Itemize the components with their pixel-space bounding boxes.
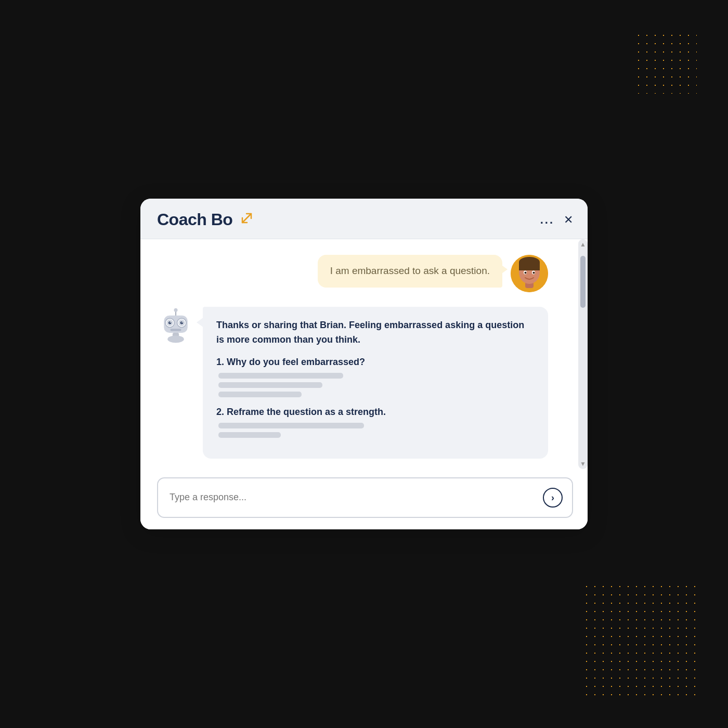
item-1-number: 1. (216, 357, 227, 367)
header-right: ... ✕ (540, 213, 573, 227)
scroll-up-arrow[interactable]: ▲ (580, 241, 586, 248)
svg-point-19 (170, 321, 171, 322)
item-2-lines (218, 423, 535, 438)
bot-item-1: 1. Why do you feel embarrassed? (216, 357, 535, 397)
bot-item-2-title: 2. Reframe the question as a strength. (216, 407, 535, 418)
bot-intro-text: Thanks or sharing that Brian. Feeling em… (216, 318, 535, 347)
svg-point-9 (533, 272, 535, 274)
send-button[interactable]: › (543, 488, 563, 508)
text-line (218, 373, 343, 379)
svg-point-8 (525, 272, 527, 274)
chat-input[interactable] (170, 492, 541, 503)
user-bubble: I am embarrassed to ask a question. (318, 255, 502, 288)
svg-point-20 (181, 321, 183, 322)
chat-window: Coach Bo ... ✕ ▲ ▼ (140, 199, 588, 529)
bot-item-1-title: 1. Why do you feel embarrassed? (216, 357, 535, 368)
close-icon[interactable]: ✕ (564, 213, 573, 227)
text-line (218, 392, 302, 397)
bot-bubble: Thanks or sharing that Brian. Feeling em… (203, 307, 548, 459)
svg-point-23 (167, 335, 184, 343)
user-message-text: I am embarrassed to ask a question. (330, 265, 490, 276)
chat-input-area: › (140, 469, 588, 529)
svg-line-0 (242, 214, 251, 223)
text-line (218, 382, 322, 388)
chat-title: Coach Bo (157, 210, 232, 229)
bot-avatar (157, 307, 194, 344)
chat-input-box: › (157, 477, 573, 518)
user-message-row: I am embarrassed to ask a question. (157, 255, 569, 292)
chat-body: ▲ ▼ I am embarrassed to ask a question. (140, 239, 588, 469)
bot-message-row: Thanks or sharing that Brian. Feeling em… (157, 307, 569, 459)
svg-rect-5 (519, 262, 540, 270)
more-options-icon[interactable]: ... (540, 213, 554, 227)
item-1-lines (218, 373, 535, 397)
bot-item-2: 2. Reframe the question as a strength. (216, 407, 535, 438)
item-2-text: Reframe the question as a strength. (227, 407, 386, 417)
svg-point-11 (174, 308, 178, 312)
send-icon: › (551, 493, 554, 502)
svg-point-17 (168, 321, 172, 324)
svg-point-18 (180, 321, 183, 324)
dot-grid-top-right (634, 31, 697, 94)
user-avatar (511, 255, 548, 292)
chat-messages: I am embarrassed to ask a question. (140, 255, 588, 459)
item-2-number: 2. (216, 407, 227, 417)
expand-icon[interactable] (240, 211, 254, 229)
text-line (218, 432, 281, 438)
svg-rect-21 (171, 329, 181, 331)
item-1-text: Why do you feel embarrassed? (227, 357, 365, 367)
header-left: Coach Bo (157, 210, 254, 229)
text-line (218, 423, 364, 428)
scroll-down-arrow[interactable]: ▼ (580, 461, 586, 467)
chat-header: Coach Bo ... ✕ (140, 199, 588, 239)
dot-grid-bottom-right (582, 582, 697, 697)
